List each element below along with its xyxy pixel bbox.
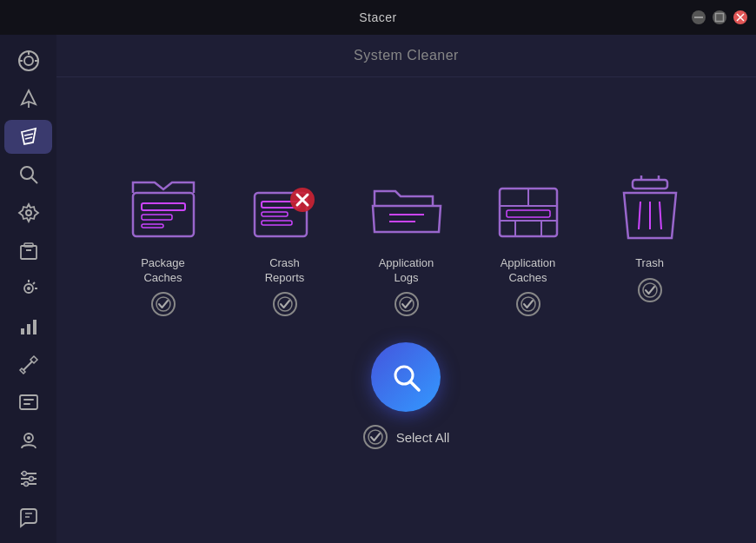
svg-rect-23 [21, 328, 24, 334]
sidebar-item-gnome[interactable] [4, 424, 52, 459]
svg-point-35 [22, 472, 26, 476]
sidebar-item-apt[interactable] [4, 386, 52, 420]
trash-icon [607, 171, 693, 249]
trash-checkbox[interactable] [638, 278, 662, 302]
sidebar-item-stats[interactable] [4, 309, 52, 344]
sidebar-item-resources[interactable] [4, 272, 52, 307]
svg-rect-16 [24, 243, 33, 247]
cleaner-item-trash[interactable]: Trash [594, 171, 706, 317]
svg-rect-25 [33, 320, 36, 334]
select-all-label: Select All [396, 430, 450, 445]
svg-rect-1 [716, 14, 724, 22]
select-all-checkbox[interactable] [363, 425, 388, 449]
svg-line-21 [33, 282, 35, 284]
scan-section: Select All [363, 342, 450, 449]
cleaner-item-package-caches[interactable]: PackageCaches [107, 171, 220, 317]
svg-rect-48 [262, 221, 292, 225]
sidebar-item-settings[interactable] [4, 461, 52, 496]
svg-line-11 [25, 137, 32, 139]
svg-line-67 [639, 202, 640, 229]
select-all-row[interactable]: Select All [363, 425, 450, 449]
crash-reports-label: CrashReports [265, 256, 305, 286]
sidebar-item-cleaner[interactable] [4, 120, 52, 155]
cleaner-item-crash-reports[interactable]: CrashReports [229, 171, 342, 317]
sidebar-item-tools[interactable] [4, 348, 52, 382]
sidebar-item-startup[interactable] [4, 82, 52, 116]
svg-rect-41 [142, 203, 185, 210]
cleaner-grid: PackageCaches [107, 171, 706, 317]
svg-rect-15 [21, 246, 36, 259]
svg-line-72 [410, 381, 419, 390]
svg-rect-43 [142, 224, 163, 228]
application-logs-icon [363, 171, 450, 249]
sidebar-item-dashboard[interactable] [4, 43, 52, 78]
application-caches-icon [485, 171, 572, 249]
application-caches-label: ApplicationCaches [501, 256, 556, 286]
svg-point-14 [26, 210, 31, 215]
svg-rect-0 [694, 17, 703, 18]
svg-line-10 [24, 134, 33, 136]
minimize-button[interactable] [692, 10, 706, 24]
svg-point-31 [27, 436, 30, 440]
application-logs-label: ApplicationLogs [379, 256, 434, 286]
svg-point-5 [24, 56, 33, 65]
sidebar-item-uninstaller[interactable] [4, 234, 52, 268]
svg-line-69 [660, 202, 661, 229]
maximize-button[interactable] [713, 10, 726, 24]
package-caches-checkbox[interactable] [151, 292, 176, 316]
svg-point-37 [23, 482, 28, 487]
svg-rect-28 [23, 399, 34, 401]
svg-rect-27 [20, 395, 37, 409]
svg-rect-62 [507, 210, 550, 217]
sidebar [0, 35, 56, 543]
svg-rect-24 [27, 324, 30, 334]
svg-rect-42 [142, 215, 172, 220]
sidebar-item-services[interactable] [4, 195, 52, 230]
scan-button[interactable] [371, 342, 441, 412]
crash-reports-icon [242, 171, 328, 249]
content-body: PackageCaches [56, 77, 756, 543]
application-logs-checkbox[interactable] [395, 292, 419, 316]
package-caches-label: PackageCaches [141, 256, 185, 286]
title-bar: Stacer [0, 0, 756, 35]
close-button[interactable] [733, 10, 747, 24]
cleaner-item-application-logs[interactable]: ApplicationLogs [350, 171, 463, 317]
trash-label: Trash [635, 256, 664, 271]
svg-point-36 [29, 477, 33, 481]
content-area: System Cleaner [56, 35, 756, 543]
svg-line-13 [31, 178, 37, 184]
page-title: System Cleaner [56, 35, 756, 77]
svg-point-12 [21, 167, 33, 179]
crash-reports-checkbox[interactable] [273, 292, 297, 316]
svg-rect-64 [633, 180, 667, 189]
cleaner-item-application-caches[interactable]: ApplicationCaches [472, 171, 585, 317]
application-caches-checkbox[interactable] [516, 292, 540, 316]
svg-point-19 [27, 287, 30, 290]
sidebar-item-search[interactable] [4, 157, 52, 192]
window-controls [692, 10, 747, 24]
package-caches-icon [120, 171, 207, 249]
svg-rect-47 [262, 212, 288, 216]
sidebar-item-about[interactable] [4, 500, 52, 534]
svg-line-26 [23, 361, 32, 370]
svg-rect-29 [23, 403, 30, 405]
main-layout: System Cleaner [0, 35, 756, 543]
app-title: Stacer [359, 10, 396, 24]
